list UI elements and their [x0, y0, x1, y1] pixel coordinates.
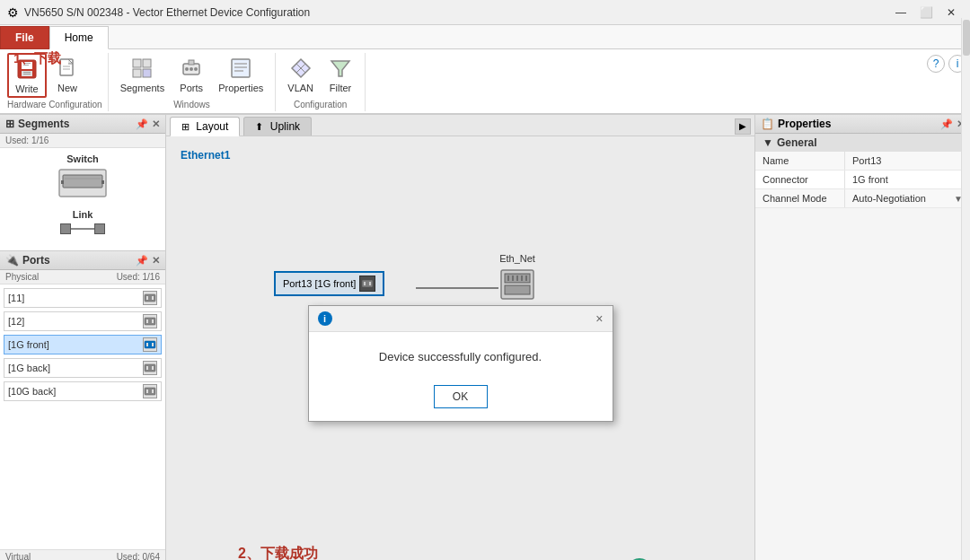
properties-panel: 📋 Properties 📌 ✕ ▼ General Name Port13 C… — [754, 115, 970, 560]
properties-icon — [228, 56, 253, 81]
port-1g-back[interactable]: [1G back] — [4, 358, 162, 378]
new-label: New — [57, 83, 77, 93]
close-button[interactable]: ✕ — [939, 4, 963, 22]
canvas-scroll-right[interactable]: ▶ — [735, 118, 751, 135]
minimize-button[interactable]: — — [889, 4, 913, 22]
svg-rect-33 — [146, 296, 148, 300]
segments-panel-icon: ⊞ — [5, 118, 14, 130]
tab-layout[interactable]: ⊞ Layout — [170, 117, 240, 136]
ports-label: Ports — [180, 83, 203, 93]
ports-list: [11] [12] — [0, 284, 165, 549]
filter-icon — [328, 56, 353, 81]
ribbon: File Home — [0, 25, 970, 115]
svg-rect-19 — [232, 59, 250, 77]
filter-label: Filter — [330, 83, 351, 93]
write-label: Write — [15, 83, 38, 94]
segments-panel-close[interactable]: ✕ — [152, 118, 160, 130]
name-label: Name — [755, 152, 845, 170]
link-label: Link — [73, 209, 93, 220]
svg-rect-45 — [146, 389, 148, 393]
uplink-tab-icon: ⬆ — [255, 121, 263, 132]
segments-panel-pin[interactable]: 📌 — [136, 118, 148, 130]
segment-link[interactable]: Link — [5, 209, 160, 234]
switch-icon — [57, 168, 108, 198]
canvas-tabs: ⊞ Layout ⬆ Uplink ▶ — [166, 115, 754, 136]
window-controls: — ⬜ ✕ — [889, 4, 963, 22]
port-11[interactable]: [11] — [4, 288, 162, 308]
dialog-ok-button[interactable]: OK — [434, 385, 488, 408]
dialog-title-bar: i × — [309, 306, 613, 332]
tab-uplink[interactable]: ⬆ Uplink — [243, 117, 312, 136]
filter-button[interactable]: Filter — [322, 53, 359, 96]
general-label: General — [777, 136, 817, 149]
annotation-download: 1、下载 — [13, 50, 61, 67]
virtual-used: Used: 0/64 — [117, 552, 160, 560]
dialog-close-button[interactable]: × — [595, 311, 603, 326]
ports-panel-close[interactable]: ✕ — [152, 255, 160, 267]
connector-value: 1G front — [845, 171, 970, 188]
dialog-message: Device successfully configured. — [379, 350, 542, 363]
ports-physical-label: Physical — [5, 272, 39, 282]
tab-file[interactable]: File — [0, 26, 49, 49]
properties-pin[interactable]: 📌 — [940, 118, 953, 130]
general-section-header[interactable]: ▼ General — [755, 134, 970, 152]
connector-label: Connector — [755, 171, 845, 188]
general-section: ▼ General Name Port13 Connector 1G front… — [755, 134, 970, 208]
dialog-body: Device successfully configured. — [309, 332, 613, 378]
svg-marker-26 — [331, 61, 349, 76]
port-11-icon — [143, 291, 157, 305]
svg-rect-34 — [152, 296, 154, 300]
ribbon-tab-bar: File Home — [0, 25, 970, 48]
svg-rect-11 — [143, 59, 151, 67]
svg-rect-40 — [152, 343, 154, 346]
ribbon-group-windows: Segments Ports — [110, 53, 277, 111]
tab-home[interactable]: Home — [49, 26, 109, 49]
segments-panel-title: Segments — [18, 118, 69, 130]
segments-icon — [129, 56, 154, 81]
virtual-label: Virtual — [5, 552, 31, 560]
segment-switch[interactable]: Switch — [5, 153, 160, 198]
channel-mode-label: Channel Mode — [755, 189, 845, 207]
port-1g-front-icon — [143, 337, 157, 352]
app-icon: ⚙ — [7, 5, 19, 20]
segments-button[interactable]: Segments — [114, 53, 172, 96]
port-12[interactable]: [12] — [4, 311, 162, 331]
svg-rect-30 — [61, 180, 64, 184]
segments-used: Used: 1/16 — [0, 134, 165, 148]
ports-panel-title: Ports — [22, 254, 50, 267]
ribbon-content: Write New Hardware Configuration — [0, 48, 970, 113]
ports-physical-used: Used: 1/16 — [117, 272, 160, 282]
help-button[interactable]: ? — [927, 55, 945, 73]
properties-label: Properties — [218, 83, 263, 93]
properties-panel-header: 📋 Properties 📌 ✕ — [755, 115, 970, 134]
prop-channel-mode-row: Channel Mode Auto-Negotiation ▼ — [755, 189, 970, 208]
svg-point-17 — [194, 67, 198, 71]
dialog-overlay: i × Device successfully configured. OK — [166, 136, 754, 560]
ports-button[interactable]: Ports — [172, 53, 210, 96]
svg-rect-4 — [23, 74, 31, 74]
svg-rect-43 — [152, 366, 154, 370]
segments-panel: ⊞ Segments 📌 ✕ Used: 1/16 Switch — [0, 115, 165, 251]
link-icon — [60, 223, 105, 234]
segments-panel-header: ⊞ Segments 📌 ✕ — [0, 115, 165, 134]
properties-button[interactable]: Properties — [212, 53, 269, 96]
hardware-group-label: Hardware Configuration — [7, 100, 102, 111]
svg-rect-35 — [145, 318, 155, 325]
svg-rect-42 — [146, 366, 148, 370]
svg-rect-18 — [189, 60, 194, 65]
restore-button[interactable]: ⬜ — [914, 4, 938, 22]
channel-mode-value[interactable]: Auto-Negotiation ▼ — [845, 189, 970, 207]
port-1g-front[interactable]: [1G front] — [4, 335, 162, 354]
ports-physical-header: Physical Used: 1/16 — [0, 270, 165, 284]
vlan-button[interactable]: VLAN — [281, 53, 320, 96]
name-value: Port13 — [845, 152, 970, 170]
vlan-label: VLAN — [287, 83, 313, 93]
switch-label: Switch — [66, 153, 98, 164]
svg-rect-28 — [63, 175, 102, 188]
port-1g-back-icon — [143, 361, 157, 375]
ports-panel-pin[interactable]: 📌 — [136, 255, 148, 267]
port-10g-back[interactable]: [10G back] — [4, 381, 162, 401]
properties-header-icon: 📋 — [761, 118, 774, 130]
window-title: VN5650 S/N 002348 - Vector Ethernet Devi… — [24, 6, 310, 19]
info-dialog: i × Device successfully configured. OK — [308, 305, 613, 422]
